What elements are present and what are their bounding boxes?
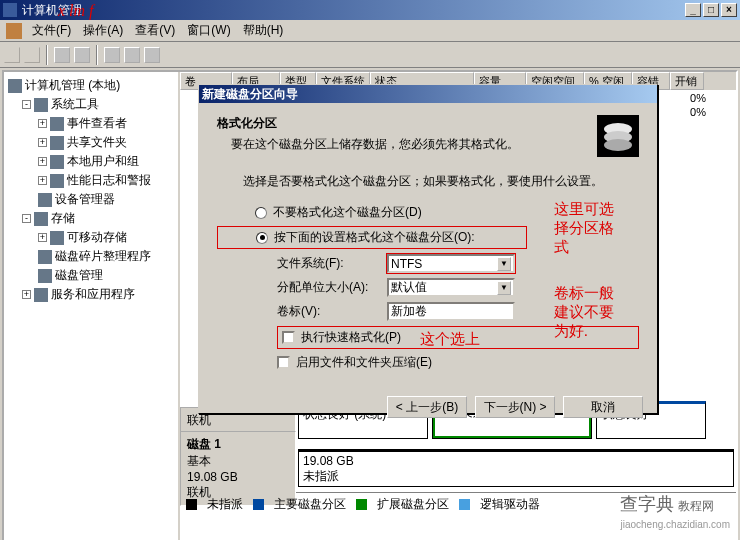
watermark: 查字典 教程网 jiaocheng.chazidian.com <box>620 492 730 532</box>
dialog-subheading: 要在这个磁盘分区上储存数据，您必须先将其格式化。 <box>217 136 589 153</box>
disk-icon <box>50 231 64 245</box>
service-icon <box>34 288 48 302</box>
device-icon <box>38 193 52 207</box>
label-alloc: 分配单位大小(A): <box>277 279 387 296</box>
event-icon <box>50 117 64 131</box>
radio-do-format[interactable]: 按下面的设置格式化这个磁盘分区(O): <box>217 226 527 249</box>
swatch-primary <box>253 499 264 510</box>
tree-removable[interactable]: +可移动存储 <box>38 229 176 246</box>
menu-file[interactable]: 文件(F) <box>26 20 77 41</box>
radio-icon <box>256 232 268 244</box>
volume-unallocated[interactable]: 19.08 GB 未指派 <box>298 449 734 487</box>
tool-icon[interactable] <box>74 47 90 63</box>
next-button[interactable]: 下一步(N) > <box>475 396 555 418</box>
tree-root[interactable]: 计算机管理 (本地) <box>8 77 176 94</box>
nav-back-icon <box>4 47 20 63</box>
tree-local-users[interactable]: +本地用户和组 <box>38 153 176 170</box>
menu-action[interactable]: 操作(A) <box>77 20 129 41</box>
back-button[interactable]: < 上一步(B) <box>387 396 467 418</box>
storage-icon <box>34 212 48 226</box>
refresh-icon[interactable] <box>104 47 120 63</box>
compress-checkbox[interactable]: 启用文件和文件夹压缩(E) <box>277 354 639 371</box>
dialog-titlebar: 新建磁盘分区向导 <box>199 85 657 103</box>
tree-services[interactable]: +服务和应用程序 <box>22 286 176 303</box>
label-fs: 文件系统(F): <box>277 255 387 272</box>
users-icon <box>50 155 64 169</box>
tree-disk-mgmt[interactable]: 磁盘管理 <box>38 267 176 284</box>
menu-window[interactable]: 窗口(W) <box>181 20 236 41</box>
volume-label-input[interactable]: 新加卷 <box>387 302 515 321</box>
swatch-logical <box>459 499 470 510</box>
tree-shared-folders[interactable]: +共享文件夹 <box>38 134 176 151</box>
maximize-button[interactable]: □ <box>703 3 719 17</box>
tree-system-tools[interactable]: -系统工具 <box>22 96 176 113</box>
swatch-unalloc <box>186 499 197 510</box>
overlay-text: x lm f <box>58 2 94 20</box>
app-icon <box>3 3 17 17</box>
tool-icon[interactable] <box>54 47 70 63</box>
menu-icon <box>6 23 22 39</box>
folder-icon <box>50 136 64 150</box>
list-icon[interactable] <box>124 47 140 63</box>
menu-help[interactable]: 帮助(H) <box>237 20 290 41</box>
checkbox-icon <box>282 331 295 344</box>
tree-device-mgr[interactable]: 设备管理器 <box>38 191 176 208</box>
minimize-button[interactable]: _ <box>685 3 701 17</box>
tools-icon <box>34 98 48 112</box>
tree-panel: 计算机管理 (本地) -系统工具 +事件查看者 +共享文件夹 +本地用户和组 +… <box>4 72 180 540</box>
chevron-down-icon: ▼ <box>497 281 511 295</box>
disk-label: 磁盘 1 基本 19.08 GB 联机 <box>180 431 296 506</box>
cancel-button[interactable]: 取消 <box>563 396 643 418</box>
alloc-dropdown[interactable]: 默认值▼ <box>387 278 515 297</box>
menubar: 文件(F) 操作(A) 查看(V) 窗口(W) 帮助(H) <box>0 20 740 42</box>
collapse-icon[interactable]: - <box>22 214 31 223</box>
checkbox-icon <box>277 356 290 369</box>
quick-format-checkbox[interactable]: 执行快速格式化(P) <box>277 326 639 349</box>
dialog-title: 新建磁盘分区向导 <box>202 86 298 103</box>
radio-no-format[interactable]: 不要格式化这个磁盘分区(D) <box>255 204 639 221</box>
separator <box>46 45 48 65</box>
expand-icon[interactable]: + <box>38 176 47 185</box>
format-wizard-dialog: 新建磁盘分区向导 格式化分区 要在这个磁盘分区上储存数据，您必须先将其格式化。 … <box>198 84 658 414</box>
chevron-down-icon: ▼ <box>497 257 511 271</box>
svg-point-2 <box>604 139 632 151</box>
separator <box>96 45 98 65</box>
radio-icon <box>255 207 267 219</box>
help-icon[interactable] <box>144 47 160 63</box>
computer-icon <box>8 79 22 93</box>
close-button[interactable]: × <box>721 3 737 17</box>
diskmgr-icon <box>38 269 52 283</box>
expand-icon[interactable]: + <box>38 233 47 242</box>
titlebar: 计算机管理 _ □ × <box>0 0 740 20</box>
menu-view[interactable]: 查看(V) <box>129 20 181 41</box>
tree-storage[interactable]: -存储 <box>22 210 176 227</box>
tree-perf-logs[interactable]: +性能日志和警报 <box>38 172 176 189</box>
tree-event-viewer[interactable]: +事件查看者 <box>38 115 176 132</box>
expand-icon[interactable]: + <box>38 157 47 166</box>
swatch-ext <box>356 499 367 510</box>
expand-icon[interactable]: + <box>22 290 31 299</box>
chart-icon <box>50 174 64 188</box>
expand-icon[interactable]: + <box>38 119 47 128</box>
tree-defrag[interactable]: 磁盘碎片整理程序 <box>38 248 176 265</box>
dialog-desc: 选择是否要格式化这个磁盘分区；如果要格式化，要使用什么设置。 <box>243 173 639 190</box>
toolbar <box>0 42 740 68</box>
collapse-icon[interactable]: - <box>22 100 31 109</box>
defrag-icon <box>38 250 52 264</box>
label-vol: 卷标(V): <box>277 303 387 320</box>
nav-forward-icon <box>24 47 40 63</box>
dialog-heading: 格式化分区 <box>217 115 589 132</box>
filesystem-dropdown[interactable]: NTFS▼ <box>387 254 515 273</box>
window-title: 计算机管理 <box>20 2 683 19</box>
disk-stack-icon <box>597 115 639 157</box>
col-oh[interactable]: 开销 <box>670 72 704 90</box>
expand-icon[interactable]: + <box>38 138 47 147</box>
